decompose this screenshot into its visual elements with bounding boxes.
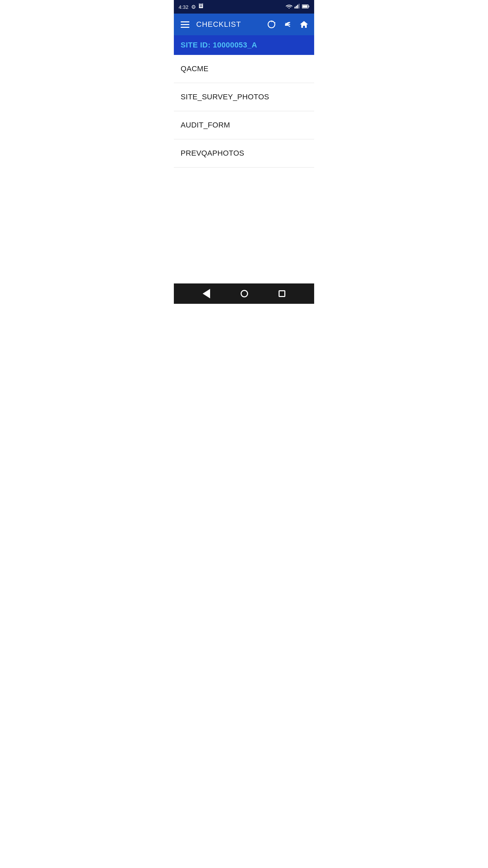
svg-rect-10 [309, 6, 309, 7]
status-bar: 4:32 ⚙ [174, 0, 314, 14]
checklist-item-label: QACME [181, 64, 208, 73]
refresh-button[interactable] [267, 20, 276, 29]
wifi-icon [286, 4, 292, 10]
svg-rect-3 [200, 5, 202, 6]
svg-rect-5 [294, 7, 296, 8]
app-bar-actions [267, 20, 309, 29]
battery-icon [302, 4, 309, 10]
svg-rect-6 [296, 6, 297, 8]
site-id-text: SITE ID: 10000053_A [181, 41, 257, 49]
list-item[interactable]: AUDIT_FORM [174, 111, 314, 139]
nav-home-button[interactable] [241, 290, 248, 297]
checklist-item-label: PREVQAPHOTOS [181, 149, 244, 157]
status-time: 4:32 [179, 4, 188, 10]
home-button[interactable] [299, 20, 309, 29]
status-bar-left: 4:32 ⚙ [179, 3, 203, 10]
site-id-banner: SITE ID: 10000053_A [174, 35, 314, 55]
svg-rect-7 [297, 5, 298, 8]
svg-rect-8 [299, 4, 300, 8]
status-bar-right [286, 4, 309, 10]
page-title: CHECKLIST [196, 20, 261, 29]
svg-rect-2 [200, 4, 202, 4]
list-item[interactable]: QACME [174, 55, 314, 83]
svg-rect-4 [200, 6, 202, 7]
bottom-nav-bar [174, 283, 314, 304]
checklist-item-label: SITE_SURVEY_PHOTOS [181, 93, 269, 101]
settings-icon: ⚙ [191, 4, 196, 10]
list-item[interactable]: PREVQAPHOTOS [174, 139, 314, 167]
checklist-item-label: AUDIT_FORM [181, 121, 230, 129]
menu-button[interactable] [179, 20, 191, 29]
svg-rect-11 [303, 5, 308, 8]
nav-recent-button[interactable] [279, 290, 285, 297]
back-triangle-icon [203, 289, 210, 298]
signal-icon [294, 4, 300, 10]
svg-marker-13 [271, 20, 273, 22]
nav-back-button[interactable] [203, 289, 210, 298]
recent-square-icon [279, 290, 285, 297]
clipboard-icon [199, 3, 203, 10]
list-item[interactable]: SITE_SURVEY_PHOTOS [174, 83, 314, 111]
app-bar: CHECKLIST [174, 14, 314, 35]
home-circle-icon [241, 290, 248, 297]
back-button[interactable] [283, 20, 292, 29]
checklist-list: QACME SITE_SURVEY_PHOTOS AUDIT_FORM PREV… [174, 55, 314, 283]
